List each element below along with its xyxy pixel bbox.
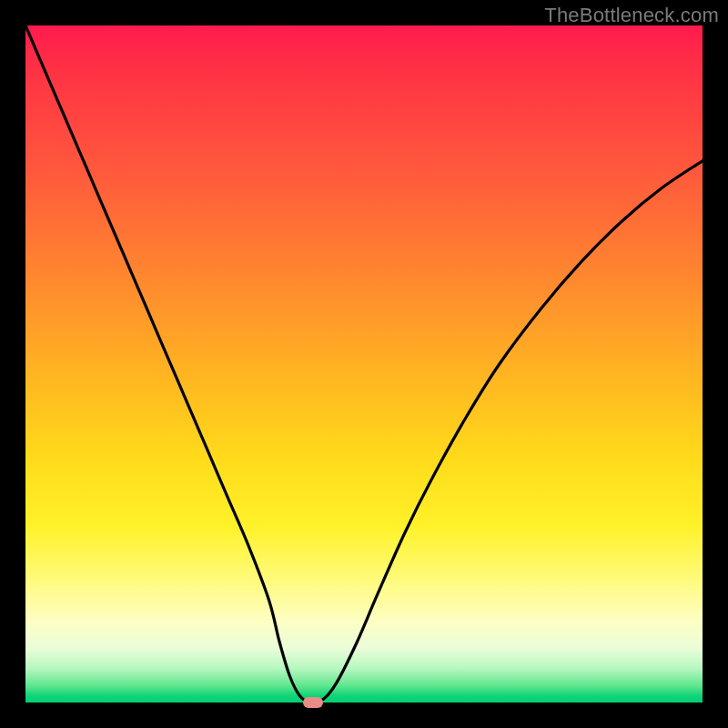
min-marker [303,697,323,708]
watermark-text: TheBottleneck.com [544,4,719,27]
plot-area [25,25,703,703]
bottleneck-curve [25,25,703,703]
chart-frame: TheBottleneck.com [0,0,728,728]
